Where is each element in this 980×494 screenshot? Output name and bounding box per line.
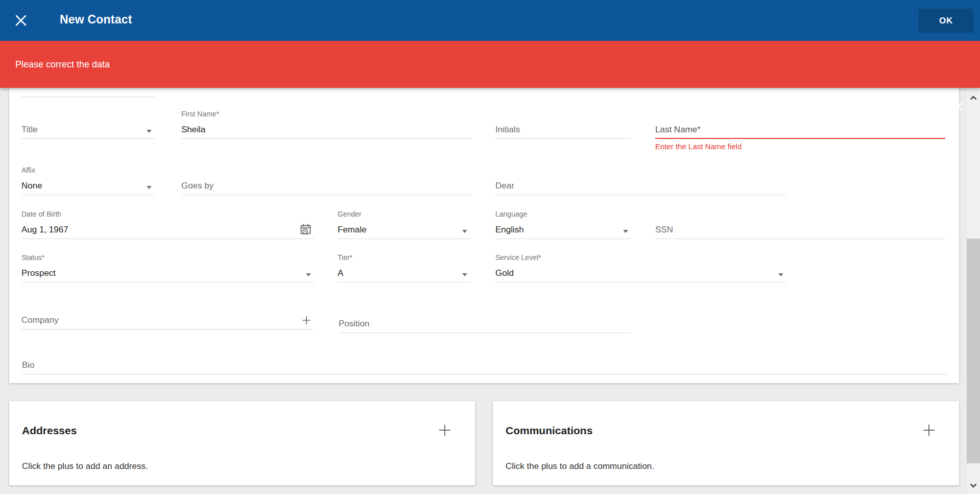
service-level-label: Service Level* [495, 253, 786, 262]
add-company-icon[interactable] [301, 315, 312, 326]
chevron-down-icon[interactable] [462, 230, 467, 233]
tier-value: A [338, 268, 343, 278]
scroll-down-icon[interactable] [967, 479, 980, 492]
last-name-placeholder: Last Name* [655, 125, 701, 134]
language-select[interactable]: Language English [495, 210, 631, 239]
chevron-down-icon[interactable] [778, 273, 783, 276]
date-of-birth-label: Date of Birth [21, 210, 314, 218]
scrollbar-thumb[interactable] [967, 239, 980, 463]
initials-placeholder: Initials [495, 125, 520, 134]
scroll-up-icon[interactable] [967, 91, 980, 104]
dialog-header: New Contact OK [0, 0, 980, 41]
dear-placeholder: Dear [495, 181, 514, 191]
affix-select[interactable]: Affix None [21, 166, 155, 195]
title-select[interactable]: Title [21, 124, 155, 139]
status-label: Status* [21, 253, 314, 262]
last-name-input[interactable]: Last Name* Enter the Last Name field [655, 124, 945, 151]
ok-button[interactable]: OK [919, 9, 973, 33]
chevron-down-icon[interactable] [306, 273, 311, 276]
dear-input[interactable]: Dear [495, 180, 786, 195]
bio-placeholder: Bio [22, 360, 35, 370]
service-level-select[interactable]: Service Level* Gold [495, 253, 786, 283]
add-address-icon[interactable] [437, 422, 452, 438]
status-value: Prospect [21, 268, 56, 278]
chevron-down-icon[interactable] [462, 273, 467, 276]
vertical-scrollbar[interactable] [967, 88, 980, 494]
company-placeholder: Company [21, 315, 59, 325]
add-communication-icon[interactable] [921, 422, 937, 438]
last-name-error: Enter the Last Name field [655, 142, 945, 151]
calendar-clock-icon[interactable] [299, 223, 312, 236]
ssn-placeholder: SSN [655, 225, 673, 234]
communications-card: Communications Click the plus to add a c… [493, 401, 959, 485]
gender-value: Female [338, 225, 367, 234]
gender-select[interactable]: Gender Female [338, 210, 470, 239]
status-select[interactable]: Status* Prospect [21, 253, 314, 283]
addresses-card: Addresses Click the plus to add an addre… [9, 401, 475, 485]
addresses-hint: Click the plus to add an address. [22, 461, 148, 472]
contact-form-card: Title First Name* Sheila Initials Last N… [9, 88, 959, 383]
first-name-input[interactable]: First Name* Sheila [181, 110, 472, 139]
banner-close-icon[interactable] [952, 100, 965, 113]
addresses-title: Addresses [22, 425, 77, 437]
position-placeholder: Position [339, 319, 369, 328]
language-value: English [495, 225, 524, 234]
communications-title: Communications [506, 425, 592, 437]
date-of-birth-value: Aug 1, 1967 [21, 225, 68, 234]
error-banner: Please correct the data [0, 41, 980, 88]
first-name-label: First Name* [181, 110, 472, 118]
first-name-value: Sheila [181, 125, 205, 134]
affix-value: None [21, 181, 42, 191]
chevron-down-icon[interactable] [623, 230, 628, 233]
bio-input[interactable]: Bio [22, 360, 947, 374]
goes-by-placeholder: Goes by [181, 181, 213, 191]
gender-label: Gender [338, 210, 470, 218]
close-icon[interactable] [14, 14, 28, 27]
error-banner-message: Please correct the data [15, 59, 110, 70]
ssn-input[interactable]: SSN [655, 224, 945, 239]
position-input[interactable]: Position [339, 318, 631, 333]
initials-input[interactable]: Initials [495, 124, 631, 139]
title-placeholder: Title [21, 125, 38, 134]
date-of-birth-input[interactable]: Date of Birth Aug 1, 1967 [21, 210, 314, 239]
communications-hint: Click the plus to add a communication. [506, 461, 654, 472]
tier-select[interactable]: Tier* A [338, 253, 470, 283]
tier-label: Tier* [338, 253, 470, 262]
chevron-down-icon[interactable] [147, 186, 152, 189]
company-input[interactable]: Company [21, 315, 313, 330]
chevron-down-icon[interactable] [147, 130, 152, 133]
scrolled-field-underline [21, 97, 155, 97]
affix-label: Affix [21, 166, 155, 174]
goes-by-input[interactable]: Goes by [181, 180, 472, 195]
language-label: Language [495, 210, 631, 218]
service-level-value: Gold [495, 268, 514, 278]
page-title: New Contact [60, 13, 132, 27]
